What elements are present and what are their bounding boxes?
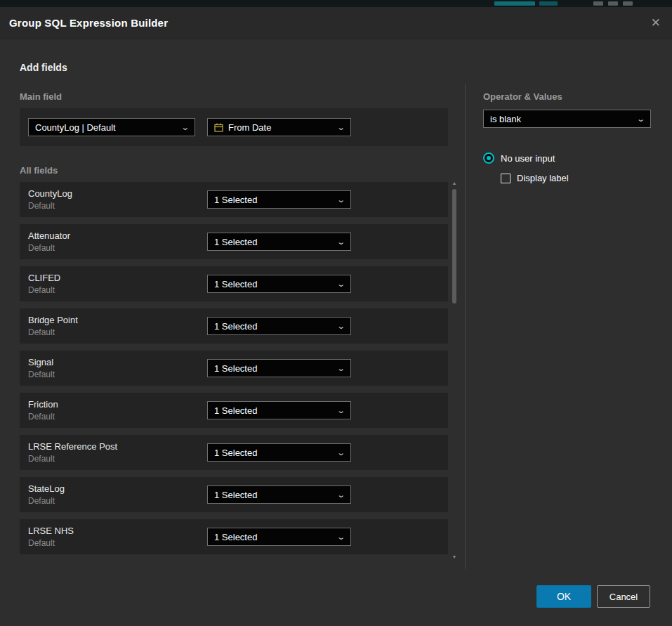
all-fields-label: All fields [20, 165, 448, 176]
field-row: LRSE NHS Default 1 Selected ⌄ [20, 519, 448, 554]
scroll-up-icon[interactable]: ▲ [450, 181, 459, 186]
calendar-icon [214, 123, 223, 132]
field-name: Attenuator [28, 230, 207, 241]
background-app-fragment [593, 1, 603, 6]
add-fields-heading: Add fields [20, 62, 67, 73]
background-app-fragment [623, 1, 633, 6]
main-field-panel: CountyLog | Default ⌄ From Date ⌄ [20, 108, 448, 146]
field-name: Bridge Point [28, 315, 207, 325]
selected-count: 1 Selected [214, 195, 257, 205]
chevron-down-icon: ⌄ [636, 115, 645, 123]
main-field-date-value: From Date [228, 122, 271, 133]
field-name: StateLog [28, 483, 207, 494]
main-field-date-dropdown[interactable]: From Date ⌄ [207, 118, 351, 136]
selected-count: 1 Selected [214, 279, 257, 289]
field-row: LRSE Reference Post Default 1 Selected ⌄ [20, 435, 448, 470]
field-info: StateLog Default [28, 483, 207, 506]
radio-selected-icon [483, 152, 494, 164]
chevron-down-icon: ⌄ [180, 124, 189, 131]
chevron-down-icon: ⌄ [336, 449, 345, 457]
all-fields-list-wrap: CountyLog Default 1 Selected ⌄ Attenuato… [20, 182, 448, 554]
scrollbar-thumb[interactable] [452, 189, 456, 304]
checkbox-unchecked-icon [501, 174, 510, 183]
background-app-fragment [539, 1, 558, 6]
field-row: Signal Default 1 Selected ⌄ [20, 351, 448, 386]
main-field-label: Main field [20, 91, 448, 102]
selected-count: 1 Selected [214, 490, 257, 500]
field-subtitle: Default [28, 370, 207, 379]
operator-values-label: Operator & Values [483, 91, 651, 102]
close-icon[interactable]: ✕ [651, 17, 661, 29]
field-selected-dropdown[interactable]: 1 Selected ⌄ [207, 233, 351, 251]
field-info: CLIFED Default [28, 273, 207, 295]
chevron-down-icon: ⌄ [336, 196, 345, 204]
selected-count: 1 Selected [214, 405, 257, 416]
main-field-source-dropdown[interactable]: CountyLog | Default ⌄ [28, 118, 195, 136]
selected-count: 1 Selected [214, 532, 257, 542]
field-subtitle: Default [28, 412, 207, 422]
field-subtitle: Default [28, 538, 207, 548]
chevron-down-icon: ⌄ [336, 533, 345, 541]
field-row: Friction Default 1 Selected ⌄ [20, 393, 448, 428]
field-info: CountyLog Default [28, 188, 207, 211]
dialog-title: Group SQL Expression Builder [9, 17, 168, 29]
no-user-input-label: No user input [501, 153, 555, 164]
field-selected-dropdown[interactable]: 1 Selected ⌄ [207, 275, 351, 293]
field-subtitle: Default [28, 285, 207, 295]
fields-column: Main field CountyLog | Default ⌄ [20, 91, 448, 561]
field-info: Signal Default [28, 357, 207, 379]
field-selected-dropdown[interactable]: 1 Selected ⌄ [207, 485, 351, 504]
selected-count: 1 Selected [214, 321, 257, 332]
selected-count: 1 Selected [214, 237, 257, 247]
field-selected-dropdown[interactable]: 1 Selected ⌄ [207, 359, 351, 377]
dialog-body: Add fields Main field CountyLog | Defaul… [0, 39, 672, 625]
no-user-input-radio[interactable]: No user input [483, 152, 651, 164]
field-name: Friction [28, 399, 207, 410]
field-row: Attenuator Default 1 Selected ⌄ [20, 224, 448, 259]
chevron-down-icon: ⌄ [336, 365, 345, 372]
chevron-down-icon: ⌄ [336, 407, 345, 415]
field-row: Bridge Point Default 1 Selected ⌄ [20, 308, 448, 344]
field-selected-dropdown[interactable]: 1 Selected ⌄ [207, 401, 351, 419]
dialog-header: Group SQL Expression Builder ✕ [0, 7, 672, 39]
field-info: Friction Default [28, 399, 207, 422]
all-fields-list: CountyLog Default 1 Selected ⌄ Attenuato… [20, 182, 448, 554]
group-sql-expression-builder-dialog: Group SQL Expression Builder ✕ Add field… [0, 7, 672, 626]
background-app-fragment [608, 1, 618, 6]
field-selected-dropdown[interactable]: 1 Selected ⌄ [207, 190, 351, 209]
field-name: LRSE NHS [28, 526, 207, 536]
vertical-divider [465, 84, 466, 569]
selected-count: 1 Selected [214, 363, 257, 374]
dialog-footer: OK Cancel [536, 585, 650, 608]
field-name: LRSE Reference Post [28, 441, 207, 452]
field-selected-dropdown[interactable]: 1 Selected ⌄ [207, 443, 351, 462]
operator-values-panel: Operator & Values is blank ⌄ No user inp… [483, 91, 651, 183]
field-name: CLIFED [28, 273, 207, 283]
field-selected-dropdown[interactable]: 1 Selected ⌄ [207, 317, 351, 335]
display-label-text: Display label [517, 173, 569, 183]
field-selected-dropdown[interactable]: 1 Selected ⌄ [207, 528, 351, 546]
field-info: Attenuator Default [28, 230, 207, 253]
field-subtitle: Default [28, 243, 207, 253]
ok-button[interactable]: OK [536, 585, 591, 608]
chevron-down-icon: ⌄ [336, 322, 345, 330]
cancel-button[interactable]: Cancel [597, 585, 650, 608]
operator-dropdown[interactable]: is blank ⌄ [483, 110, 651, 128]
field-info: LRSE Reference Post Default [28, 441, 207, 464]
main-field-source-value: CountyLog | Default [35, 122, 116, 133]
field-name: CountyLog [28, 188, 207, 199]
display-label-checkbox[interactable]: Display label [501, 173, 651, 183]
field-row: CountyLog Default 1 Selected ⌄ [20, 182, 448, 217]
operator-value: is blank [490, 114, 521, 124]
chevron-down-icon: ⌄ [336, 124, 345, 131]
selected-count: 1 Selected [214, 448, 257, 458]
field-name: Signal [28, 357, 207, 367]
field-subtitle: Default [28, 327, 207, 337]
field-info: LRSE NHS Default [28, 526, 207, 548]
scroll-down-icon[interactable]: ▼ [450, 554, 459, 560]
chevron-down-icon: ⌄ [336, 280, 345, 288]
field-row: StateLog Default 1 Selected ⌄ [20, 477, 448, 512]
scrollbar[interactable]: ▲ ▼ [450, 181, 459, 560]
chevron-down-icon: ⌄ [336, 238, 345, 246]
field-info: Bridge Point Default [28, 315, 207, 337]
